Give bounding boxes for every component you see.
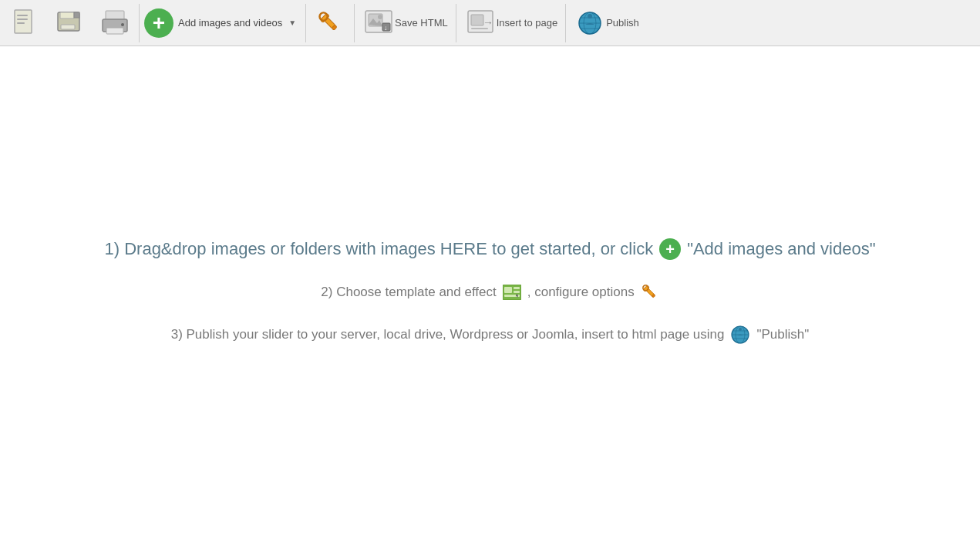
step3-text: 3) Publish your slider to your server, l… <box>171 327 725 342</box>
svg-rect-25 <box>471 28 488 29</box>
publish-label: Publish <box>606 17 639 29</box>
save-html-label: Save HTML <box>395 17 448 29</box>
wrench-icon <box>314 7 346 39</box>
svg-rect-11 <box>106 28 123 34</box>
separator-5 <box>565 4 566 42</box>
svg-rect-23 <box>471 15 483 25</box>
separator-1 <box>139 4 140 42</box>
step1-action-text: "Add images and videos" <box>687 239 875 259</box>
globe-inline-icon <box>730 325 750 345</box>
insert-to-page-icon: → <box>464 7 497 39</box>
add-images-icon: + <box>144 8 173 38</box>
svg-rect-0 <box>15 10 32 33</box>
svg-rect-7 <box>74 12 79 18</box>
step1-text: 1) Drag&drop images or folders with imag… <box>105 239 654 259</box>
svg-rect-8 <box>106 11 124 20</box>
toolbar: + Add images and videos ▼ <box>0 0 980 46</box>
save-html-icon: ↓ <box>362 7 395 39</box>
svg-point-31 <box>588 14 592 19</box>
svg-point-10 <box>121 23 124 26</box>
step2-instruction: 2) Choose template and effect , configur… <box>321 283 658 302</box>
svg-text:↓: ↓ <box>384 24 388 32</box>
separator-3 <box>354 4 355 42</box>
template-inline-icon <box>503 285 521 300</box>
svg-rect-5 <box>60 12 74 19</box>
svg-rect-6 <box>61 25 75 29</box>
step2-prefix-text: 2) Choose template and effect <box>321 285 496 300</box>
open-button[interactable] <box>48 2 93 45</box>
add-images-label: Add images and videos <box>178 17 282 29</box>
add-images-inline-icon: + <box>659 238 681 260</box>
publish-icon <box>574 7 606 39</box>
svg-text:→: → <box>483 16 493 29</box>
separator-4 <box>456 4 456 42</box>
step3-instruction: 3) Publish your slider to your server, l… <box>171 325 810 345</box>
new-button[interactable] <box>3 2 48 45</box>
step3-action-text: "Publish" <box>756 327 809 342</box>
svg-rect-3 <box>17 22 25 24</box>
svg-rect-35 <box>514 291 520 293</box>
open-icon <box>54 7 86 39</box>
print-icon <box>99 7 131 39</box>
insert-to-page-label: Insert to page <box>497 17 558 29</box>
step2-suffix-text: , configure options <box>527 285 635 300</box>
wrench-inline-icon <box>641 283 659 302</box>
svg-point-19 <box>378 15 382 19</box>
settings-button[interactable] <box>308 2 352 45</box>
separator-2 <box>305 4 306 42</box>
add-images-button[interactable]: + Add images and videos ▼ <box>141 2 304 45</box>
insert-to-page-button[interactable]: → Insert to page <box>458 2 564 45</box>
save-html-button[interactable]: ↓ Save HTML <box>356 2 454 45</box>
svg-rect-34 <box>514 287 520 289</box>
svg-rect-2 <box>17 19 28 20</box>
new-icon <box>9 7 42 39</box>
print-button[interactable] <box>93 2 137 45</box>
svg-rect-1 <box>17 15 28 16</box>
step1-instruction: 1) Drag&drop images or folders with imag… <box>105 238 876 260</box>
svg-rect-33 <box>504 287 512 293</box>
dropdown-arrow-icon: ▼ <box>288 19 296 27</box>
svg-point-47 <box>739 328 742 331</box>
publish-button[interactable]: Publish <box>567 2 645 45</box>
main-content: 1) Drag&drop images or folders with imag… <box>0 46 980 536</box>
